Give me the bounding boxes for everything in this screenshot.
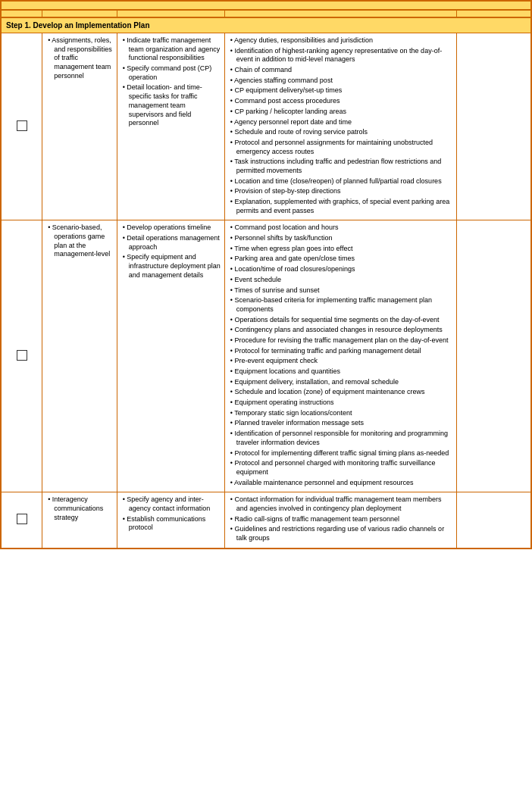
list-item: Task instructions including traffic and …: [229, 158, 452, 175]
list-item: Pre-event equipment check: [229, 357, 452, 366]
list-item: Agency duties, responsibilities and juri…: [229, 36, 452, 45]
list-item: Time when egress plan goes into effect: [229, 245, 452, 254]
list-item: Establish communications protocol: [121, 515, 221, 533]
list-item: Identification of highest-ranking agency…: [229, 47, 452, 64]
assessment-cell: Interagency communications strategy: [42, 492, 117, 549]
col-header-notes: [457, 10, 531, 17]
list-item: Protocol for terminating traffic and par…: [229, 347, 452, 356]
notes-cell: [457, 492, 531, 549]
list-item: Parking area and gate open/close times: [229, 255, 452, 264]
list-item: Available maintenance personnel and equi…: [229, 479, 452, 488]
list-item: Location and time (close/reopen) of plan…: [229, 177, 452, 186]
applies-cell: [1, 492, 42, 549]
table-row: Scenario-based, operations game plan at …: [1, 220, 531, 492]
list-item: Chain of command: [229, 66, 452, 75]
list-item: Contact information for individual traff…: [229, 495, 452, 513]
table-row: Interagency communications strategySpeci…: [1, 492, 531, 549]
list-item: Operations details for sequential time s…: [229, 316, 452, 325]
list-item: Event schedule: [229, 276, 452, 285]
section-header: Step 1. Develop an Implementation Plan: [1, 17, 531, 33]
checkbox[interactable]: [17, 120, 27, 131]
ifchecked-cell: Develop operations timelineDetail operat…: [117, 220, 224, 492]
list-item: Temporary static sign locations/content: [229, 409, 452, 418]
assessment-cell: Assignments, roles, and responsibilities…: [42, 33, 117, 220]
checkbox[interactable]: [17, 350, 27, 361]
list-item: Agency personnel report date and time: [229, 118, 452, 127]
ifchecked-cell: Indicate traffic management team organiz…: [117, 33, 224, 220]
list-item: Identification of personnel responsible …: [229, 430, 452, 447]
list-item: Protocol and personnel assignments for m…: [229, 139, 452, 156]
list-item: Specify command post (CP) operation: [121, 64, 221, 82]
table-row: Assignments, roles, and responsibilities…: [1, 33, 531, 220]
main-table: Step 1. Develop an Implementation PlanAs…: [0, 0, 532, 549]
list-item: Guidelines and restrictions regarding us…: [229, 525, 452, 542]
list-item: Times of sunrise and sunset: [229, 286, 452, 295]
list-item: Contingency plans and associated changes…: [229, 326, 452, 335]
list-item: Command post location and hours: [229, 223, 452, 233]
list-item: Equipment delivery, installation, and re…: [229, 378, 452, 387]
list-item: Radio call-signs of traffic management t…: [229, 515, 452, 524]
list-item: Develop operations timeline: [121, 223, 221, 233]
tips-cell: Command post location and hoursPersonnel…: [224, 220, 456, 492]
list-item: Schedule and route of roving service pat…: [229, 128, 452, 137]
checkbox[interactable]: [17, 514, 27, 524]
list-item: Explanation, supplemented with graphics,…: [229, 198, 452, 215]
list-item: Procedure for revising the traffic manag…: [229, 336, 452, 345]
col-header-tips: [224, 10, 456, 17]
assessment-cell: Scenario-based, operations game plan at …: [42, 220, 117, 492]
ifchecked-cell: Specify agency and inter-agency contact …: [117, 492, 224, 549]
list-item: Interagency communications strategy: [46, 495, 112, 522]
list-item: Detail location- and time-specific tasks…: [121, 83, 221, 127]
col-header-applies: [1, 10, 42, 17]
applies-cell: [1, 220, 42, 492]
list-item: Specify equipment and infrastructure dep…: [121, 253, 221, 280]
col-header-assessment: [42, 10, 117, 17]
list-item: Planned traveler information message set…: [229, 419, 452, 428]
col-header-ifchecked: [117, 10, 224, 17]
list-item: Assignments, roles, and responsibilities…: [46, 36, 112, 80]
notes-cell: [457, 220, 531, 492]
list-item: Command post access procedures: [229, 97, 452, 106]
list-item: Specify agency and inter-agency contact …: [121, 495, 221, 513]
notes-cell: [457, 33, 531, 220]
list-item: Protocol for implementing different traf…: [229, 449, 452, 458]
list-item: Location/time of road closures/openings: [229, 265, 452, 274]
list-item: Agencies staffing command post: [229, 77, 452, 86]
tips-cell: Contact information for individual traff…: [224, 492, 456, 549]
list-item: CP parking / helicopter landing areas: [229, 108, 452, 117]
applies-cell: [1, 33, 42, 220]
main-title: [1, 1, 531, 10]
list-item: Equipment operating instructions: [229, 398, 452, 408]
list-item: Personnel shifts by task/function: [229, 234, 452, 243]
list-item: Equipment locations and quantities: [229, 367, 452, 377]
tips-cell: Agency duties, responsibilities and juri…: [224, 33, 456, 220]
list-item: Indicate traffic management team organiz…: [121, 36, 221, 63]
list-item: Protocol and personnel charged with moni…: [229, 459, 452, 477]
list-item: Scenario-based, operations game plan at …: [46, 223, 112, 259]
list-item: Scenario-based criteria for implementing…: [229, 296, 452, 314]
list-item: Provision of step-by-step directions: [229, 187, 452, 196]
list-item: Detail operations management approach: [121, 234, 221, 252]
list-item: Schedule and location (zone) of equipmen…: [229, 388, 452, 397]
list-item: CP equipment delivery/set-up times: [229, 86, 452, 95]
